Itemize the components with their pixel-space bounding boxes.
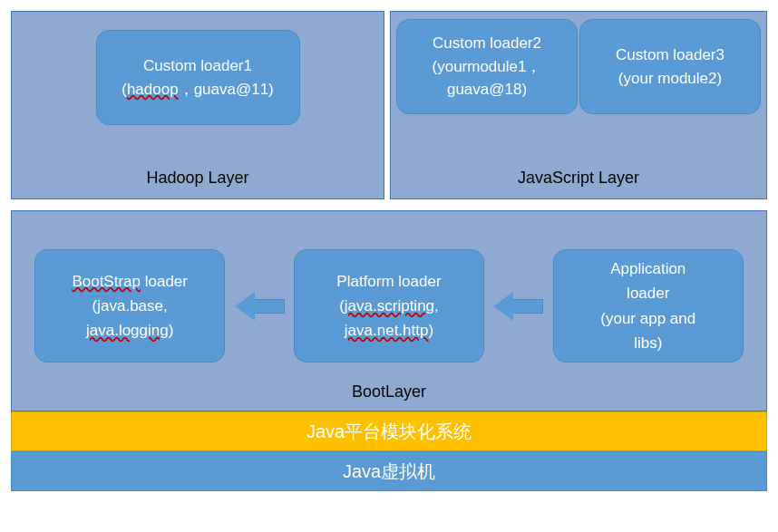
java-jvm-bar: Java虚拟机 [11, 451, 767, 491]
bootstrap-loader-line2: (java.base, [92, 294, 168, 318]
custom-loader3-line2: (your module2) [618, 67, 722, 91]
bootstrap-loader-line3: java.logging) [86, 318, 173, 343]
custom-loader1-detail: (hadoop，guava@11) [122, 78, 274, 102]
application-loader-box: Application loader (your app and libs) [553, 249, 744, 363]
arrow-head-icon [235, 292, 255, 321]
custom-loader3-box: Custom loader3 (your module2) [579, 19, 761, 114]
custom-loader3-title: Custom loader3 [616, 44, 725, 67]
javascript-layer-label: JavaScript Layer [391, 169, 766, 198]
custom-loader2-title: Custom loader2 [433, 32, 541, 55]
top-layers-row: Custom loader1 (hadoop，guava@11) Hadoop … [11, 11, 767, 199]
platform-loader-line3: java.net.http) [345, 318, 433, 343]
application-loader-line4: libs) [634, 331, 662, 355]
arrow-body-icon [511, 299, 543, 314]
platform-loader-box: Platform loader (java.scripting, java.ne… [294, 249, 484, 363]
boot-section: BootStrap loader (java.base, java.loggin… [11, 210, 767, 491]
js-modules-row: Custom loader2 (yourmodule1， guava@18) C… [391, 12, 766, 114]
custom-loader1-title: Custom loader1 [143, 54, 252, 78]
bootstrap-loader-box: BootStrap loader (java.base, java.loggin… [34, 249, 225, 363]
platform-loader-line2: (java.scripting, [339, 294, 439, 318]
hadoop-layer-label: Hadoop Layer [146, 169, 248, 198]
custom-loader2-box: Custom loader2 (yourmodule1， guava@18) [396, 19, 578, 114]
arrow-body-icon [253, 299, 285, 314]
boot-layer-box: BootStrap loader (java.base, java.loggin… [11, 210, 767, 411]
hadoop-layer-box: Custom loader1 (hadoop，guava@11) Hadoop … [11, 11, 384, 199]
java-platform-module-bar: Java平台模块化系统 [11, 411, 767, 451]
arrow-left-2 [493, 293, 543, 320]
custom-loader2-line3: guava@18) [447, 78, 527, 102]
custom-loader2-line2: (yourmodule1， [433, 55, 542, 79]
boot-layer-label: BootLayer [12, 382, 766, 411]
platform-loader-title: Platform loader [336, 269, 441, 294]
custom-loader1-box: Custom loader1 (hadoop，guava@11) [96, 30, 300, 125]
arrow-head-icon [493, 292, 513, 321]
javascript-layer-box: Custom loader2 (yourmodule1， guava@18) C… [390, 11, 767, 199]
application-loader-line2: loader [627, 281, 669, 305]
boot-modules-row: BootStrap loader (java.base, java.loggin… [12, 211, 766, 382]
application-loader-line3: (your app and [600, 306, 695, 331]
bootstrap-loader-title: BootStrap loader [72, 269, 188, 294]
application-loader-line1: Application [610, 256, 686, 281]
arrow-left-1 [235, 293, 285, 320]
